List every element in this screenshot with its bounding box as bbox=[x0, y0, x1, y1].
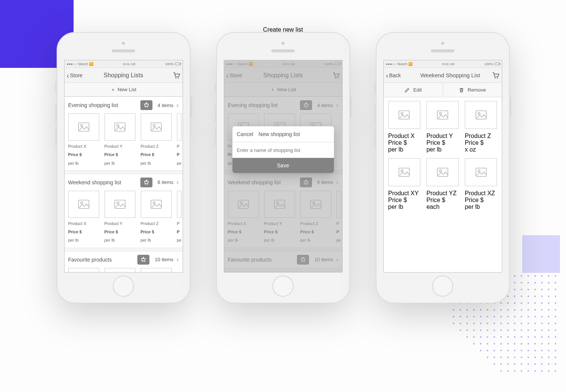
product-card[interactable]: Product YZ Price $ each bbox=[426, 158, 459, 210]
image-placeholder-icon bbox=[151, 122, 162, 132]
list-section: Favourite products 10 items › bbox=[65, 251, 183, 272]
product-price: Price $ bbox=[68, 229, 99, 234]
product-price: Price $ bbox=[388, 139, 421, 146]
product-unit: per lb bbox=[141, 237, 172, 243]
image-placeholder-icon bbox=[437, 168, 448, 177]
image-placeholder-icon bbox=[114, 200, 126, 209]
new-list-modal: Cancel New shopping list Save bbox=[232, 126, 334, 173]
section-open-button[interactable]: › bbox=[177, 178, 179, 186]
product-name: P bbox=[177, 144, 181, 149]
product-price: Price $ bbox=[105, 229, 135, 234]
product-card[interactable] bbox=[141, 268, 172, 272]
product-card-peek[interactable]: P P pe bbox=[177, 191, 181, 243]
product-card[interactable]: Product X Price $ per lb bbox=[388, 101, 421, 153]
back-label: Store bbox=[70, 72, 82, 78]
list-section: Weekend shopping list 6 items › Product … bbox=[65, 174, 183, 248]
product-unit: per lb bbox=[388, 146, 421, 153]
modal-title: New shopping list bbox=[258, 131, 329, 137]
product-card[interactable]: Product Z Price $ per lb bbox=[141, 113, 172, 166]
product-unit: per lb bbox=[426, 146, 459, 153]
product-unit: per lb bbox=[68, 237, 99, 243]
product-name: Product Z bbox=[141, 221, 172, 226]
remove-label: Remove bbox=[468, 87, 486, 93]
product-card[interactable]: Product XZ Price $ per lb bbox=[465, 158, 497, 210]
add-all-to-cart-button[interactable] bbox=[140, 178, 152, 187]
product-name: Product Z bbox=[465, 133, 497, 139]
chevron-right-icon: › bbox=[177, 178, 179, 186]
product-name: Product Y bbox=[105, 144, 135, 149]
section-name: Favourite products bbox=[68, 257, 135, 263]
product-price: Price $ bbox=[426, 197, 459, 204]
list-actions-toolbar: Edit Remove bbox=[384, 83, 502, 97]
edit-label: Edit bbox=[413, 87, 421, 93]
new-list-label: New List bbox=[118, 87, 137, 92]
back-button[interactable]: ‹ Store bbox=[67, 72, 83, 79]
pencil-icon bbox=[404, 87, 410, 93]
product-price: P bbox=[177, 152, 181, 157]
list-name-input[interactable] bbox=[232, 142, 334, 158]
save-button[interactable]: Save bbox=[232, 158, 334, 173]
product-price: Price $ bbox=[141, 229, 172, 234]
image-placeholder-icon bbox=[114, 122, 126, 132]
product-name: Product XZ bbox=[465, 190, 497, 197]
image-placeholder-icon bbox=[151, 200, 162, 209]
product-card[interactable]: Product Y Price $ per lb bbox=[105, 113, 135, 166]
page-title: Weekend Shopping List bbox=[399, 72, 502, 78]
list-section: Evening shopping list 4 items › Product … bbox=[65, 96, 183, 171]
product-scroll[interactable]: Product X Price $ per lb Product Y Price… bbox=[65, 191, 183, 248]
mockup-list-detail: ●●●○○ Sketch 🛜 9:41 AM 100% ‹ Back Weeke… bbox=[376, 32, 510, 303]
plus-icon: ＋ bbox=[111, 86, 115, 93]
cart-button[interactable] bbox=[172, 71, 180, 80]
add-to-cart-icon bbox=[143, 179, 150, 186]
chevron-left-icon: ‹ bbox=[386, 72, 389, 79]
product-card-peek[interactable]: P P pe bbox=[177, 113, 181, 166]
product-price: Price $ bbox=[105, 152, 135, 157]
product-name: Product X bbox=[68, 144, 99, 149]
product-name: Product Y bbox=[426, 133, 459, 139]
product-card[interactable]: Product X Price $ per lb bbox=[68, 113, 99, 166]
product-scroll[interactable] bbox=[65, 268, 183, 272]
cart-icon bbox=[172, 71, 180, 80]
mockup-new-list-modal: ●●●○○ Sketch 🛜 9:41 AM 100% ‹ Store Shop… bbox=[216, 32, 350, 303]
section-open-button[interactable]: › bbox=[177, 256, 179, 263]
product-card[interactable]: Product Z Price $ per lb bbox=[141, 191, 172, 243]
product-name: Product Z bbox=[141, 144, 172, 149]
product-card[interactable]: Product Y Price $ per lb bbox=[426, 101, 459, 153]
cart-button[interactable] bbox=[491, 71, 500, 80]
remove-button[interactable]: Remove bbox=[443, 83, 502, 97]
product-name: Product X bbox=[388, 133, 421, 139]
image-placeholder-icon bbox=[398, 168, 410, 177]
product-unit: per lb bbox=[105, 237, 135, 243]
product-unit: per lb bbox=[68, 161, 99, 166]
product-unit: each bbox=[426, 204, 459, 210]
product-price: Price $ bbox=[68, 152, 99, 157]
chevron-right-icon: › bbox=[177, 101, 179, 109]
add-all-to-cart-button[interactable] bbox=[137, 255, 149, 265]
product-price: Price $ bbox=[141, 152, 172, 157]
product-unit: per lb bbox=[465, 204, 497, 210]
product-card[interactable] bbox=[105, 268, 135, 272]
product-card[interactable]: Product Y Price $ per lb bbox=[105, 191, 135, 243]
product-card[interactable] bbox=[68, 268, 99, 272]
product-unit: pe bbox=[177, 237, 181, 243]
product-name: Product XY bbox=[388, 190, 421, 197]
product-card[interactable]: Product X Price $ per lb bbox=[68, 191, 99, 243]
back-button[interactable]: ‹ Back bbox=[386, 72, 401, 79]
product-card[interactable]: Product Z Price $ x oz bbox=[465, 101, 497, 153]
new-list-button[interactable]: ＋ New List bbox=[65, 83, 183, 96]
trash-icon bbox=[458, 87, 464, 93]
cancel-button[interactable]: Cancel bbox=[237, 131, 254, 137]
add-all-to-cart-button[interactable] bbox=[140, 100, 152, 110]
section-open-button[interactable]: › bbox=[177, 101, 179, 109]
status-bar: ●●●○○ Sketch 🛜 9:41 AM 100% bbox=[384, 60, 502, 68]
product-scroll[interactable]: Product X Price $ per lb Product Y Price… bbox=[65, 113, 183, 170]
back-label: Back bbox=[389, 72, 401, 78]
add-to-cart-icon bbox=[143, 102, 150, 109]
image-placeholder-icon bbox=[475, 110, 487, 119]
section-name: Weekend shopping list bbox=[68, 179, 137, 185]
product-grid: Product X Price $ per lb Product Y Price… bbox=[388, 101, 497, 210]
nav-bar: ‹ Store Shopping Lists bbox=[65, 68, 183, 83]
edit-button[interactable]: Edit bbox=[384, 83, 443, 97]
product-card[interactable]: Product XY Price $ per lb bbox=[388, 158, 421, 210]
item-count: 4 items bbox=[158, 103, 174, 108]
